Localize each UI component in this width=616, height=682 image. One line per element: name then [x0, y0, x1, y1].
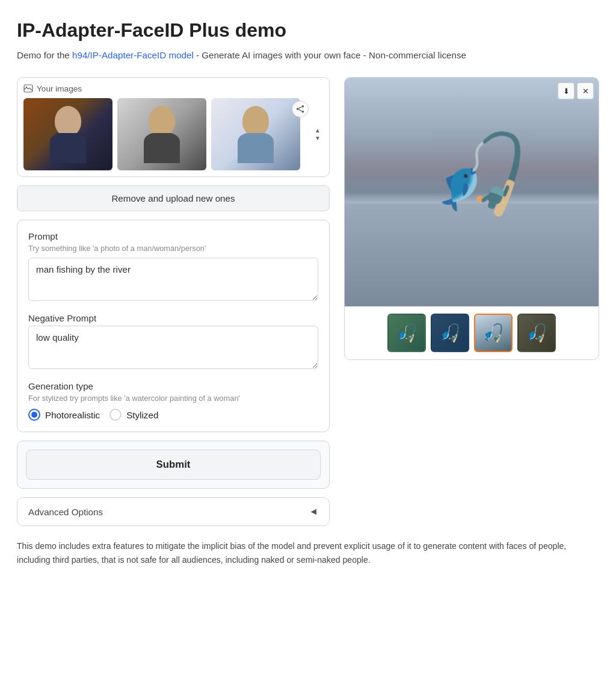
- share-button[interactable]: [292, 101, 309, 117]
- subtitle-prefix: Demo for the: [17, 50, 72, 60]
- image-strip: ▲ ▼: [23, 98, 323, 170]
- output-box: 🎣 ⬇ ✕ 🎣 🎣: [344, 77, 599, 360]
- svg-point-4: [302, 111, 304, 113]
- submit-box: Submit: [17, 441, 330, 489]
- prompt-input[interactable]: man fishing by the river: [28, 258, 318, 301]
- advanced-options-arrow-icon: ◄: [309, 506, 318, 517]
- output-thumb-4[interactable]: 🎣: [517, 314, 556, 352]
- radio-photorealistic-label: Photorealistic: [45, 410, 100, 420]
- svg-point-3: [297, 108, 299, 110]
- output-thumbnails: 🎣 🎣 🎣 🎣: [345, 306, 599, 359]
- upload-label: Your images: [23, 84, 323, 93]
- radio-group: Photorealistic Stylized: [28, 409, 318, 421]
- generation-type-label: Generation type: [28, 381, 318, 391]
- scroll-up-icon: ▲: [315, 127, 321, 134]
- output-controls: ⬇ ✕: [558, 82, 594, 99]
- image-upload-box: Your images: [17, 77, 330, 177]
- submit-button[interactable]: Submit: [26, 450, 321, 480]
- form-box: Prompt Try something like 'a photo of a …: [17, 220, 330, 432]
- svg-point-2: [302, 105, 304, 108]
- scroll-down-icon: ▼: [315, 135, 321, 141]
- negative-prompt-input[interactable]: low quality: [28, 326, 318, 369]
- radio-stylized[interactable]: Stylized: [109, 409, 158, 421]
- prompt-field: Prompt Try something like 'a photo of a …: [28, 231, 318, 303]
- radio-photorealistic-circle: [28, 409, 40, 421]
- advanced-options-box[interactable]: Advanced Options ◄: [17, 497, 330, 526]
- download-button[interactable]: ⬇: [558, 82, 574, 99]
- radio-photorealistic[interactable]: Photorealistic: [28, 409, 100, 421]
- negative-prompt-field: Negative Prompt low quality: [28, 313, 318, 371]
- main-layout: Your images: [17, 77, 599, 535]
- advanced-options-label: Advanced Options: [28, 507, 103, 517]
- subtitle-suffix: - Generate AI images with your own face …: [194, 50, 466, 60]
- upload-label-text: Your images: [37, 84, 82, 93]
- person-figure: 🎣: [433, 129, 529, 220]
- output-thumb-2[interactable]: 🎣: [431, 314, 469, 352]
- prompt-label: Prompt: [28, 231, 318, 241]
- share-icon: [296, 105, 304, 113]
- generation-type-section: Generation type For stylized try prompts…: [28, 381, 318, 421]
- right-panel: 🎣 ⬇ ✕ 🎣 🎣: [344, 77, 599, 360]
- close-output-button[interactable]: ✕: [577, 82, 594, 99]
- close-icon: ✕: [582, 87, 589, 96]
- generation-type-hint: For stylized try prompts like 'a waterco…: [28, 394, 318, 403]
- left-panel: Your images: [17, 77, 330, 535]
- radio-stylized-label: Stylized: [126, 410, 158, 420]
- remove-upload-button[interactable]: Remove and upload new ones: [17, 185, 330, 211]
- face-image-3[interactable]: [211, 98, 300, 170]
- prompt-hint: Try something like 'a photo of a man/wom…: [28, 244, 318, 253]
- page-title: IP-Adapter-FaceID Plus demo: [17, 19, 599, 42]
- negative-prompt-label: Negative Prompt: [28, 313, 318, 323]
- model-link[interactable]: h94/IP-Adapter-FaceID model: [72, 50, 194, 60]
- download-icon: ⬇: [563, 87, 570, 96]
- image-icon: [23, 84, 33, 93]
- face-image-2[interactable]: [117, 98, 206, 170]
- output-thumb-1[interactable]: 🎣: [387, 314, 426, 352]
- radio-stylized-circle: [109, 409, 122, 421]
- subtitle: Demo for the h94/IP-Adapter-FaceID model…: [17, 50, 599, 60]
- scroll-indicator: ▲ ▼: [315, 127, 321, 141]
- svg-line-6: [298, 110, 301, 111]
- disclaimer-text: This demo includes extra features to mit…: [17, 539, 599, 566]
- fishing-scene: 🎣: [345, 78, 599, 306]
- svg-line-5: [298, 107, 301, 109]
- output-thumb-3[interactable]: 🎣: [474, 314, 513, 352]
- output-main-image: 🎣 ⬇ ✕: [345, 78, 599, 306]
- face-image-1[interactable]: [23, 98, 112, 170]
